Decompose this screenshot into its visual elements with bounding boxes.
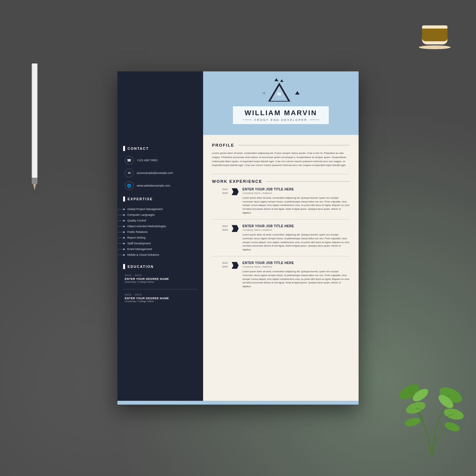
svg-point-12	[443, 420, 461, 433]
work-year-col-1: 2012 2015	[212, 188, 228, 215]
expertise-item-text: Event Management	[127, 248, 152, 251]
logo-area: ◁ W	[262, 83, 300, 104]
work-divider-1	[212, 219, 350, 220]
bullet-dot	[123, 208, 125, 210]
work-company-3: Company Name | Address	[242, 265, 350, 268]
work-details-1: ENTER YOUR JOB TITLE HERE Company Name |…	[242, 188, 350, 215]
work-year-end-2: 2015	[212, 228, 228, 232]
contact-website-item: 🌐 www.websiteexample.com	[123, 181, 197, 190]
education-section: EDUCATION 2012 - 2015 ENTER YOUR DEGREE …	[123, 264, 197, 303]
edu-degree-2: ENTER YOUR DEGREE NAME	[125, 297, 197, 300]
bullet-dot	[123, 237, 125, 239]
work-year-col-2: 2012 2015	[212, 224, 228, 251]
list-item: Global Project Management	[123, 206, 197, 212]
profile-text: Lorem ipsum dolor sit amet, consectetur …	[212, 151, 350, 168]
section-bar-edu	[123, 264, 125, 269]
education-header: EDUCATION	[123, 264, 197, 269]
work-company-2: Company Name | Address	[242, 228, 350, 231]
phone-icon: ☎	[125, 156, 134, 165]
expertise-list: Global Project Management Computer Langu…	[123, 206, 197, 258]
work-entry-2: 2012 2015 ENTER YOUR JOB TITLE HERE Comp…	[212, 224, 350, 251]
expertise-item-text: Mobile & Cloud Solutions	[127, 253, 159, 256]
resume-header: ◁ W WILLIAM MARVIN	[117, 71, 359, 135]
profile-title-line	[238, 145, 350, 145]
header-left-dark	[117, 71, 203, 135]
work-year-start-2: 2012	[212, 224, 228, 228]
work-chevron-3	[232, 262, 239, 269]
contact-email: yourexample@example.com	[137, 171, 173, 175]
edu-school-1: University / College Name	[125, 281, 197, 283]
cup-body	[422, 25, 447, 44]
expertise-item-text: Object-oriented Methodologies	[127, 225, 166, 228]
work-details-3: ENTER YOUR JOB TITLE HERE Company Name |…	[242, 261, 350, 288]
profile-title-text: PROFILE	[212, 143, 234, 148]
contact-website: www.websiteexample.com	[137, 184, 170, 187]
work-desc-2: Lorem ipsum dolor sit amet, consectetur …	[242, 233, 350, 251]
work-company-1: Company Name | Address	[242, 192, 350, 195]
work-year-end-1: 2015	[212, 191, 228, 195]
title-line-right	[310, 120, 319, 120]
bullet-dot	[123, 231, 125, 233]
profile-section-title: PROFILE	[212, 143, 350, 148]
contact-header: CONTACT	[123, 146, 197, 151]
bullet-dot	[123, 214, 125, 216]
contact-section: CONTACT ☎ +123 4567 8953 ✉ yourexample@e…	[123, 146, 197, 190]
list-item: Computer Languages	[123, 212, 197, 218]
expertise-item-text: Public Relations	[127, 230, 148, 234]
work-year-end-3: 2015	[212, 265, 228, 269]
triangle-logo: W	[268, 83, 290, 102]
list-item: Mobile & Cloud Solutions	[123, 252, 197, 258]
triangle-initial: W	[277, 91, 281, 96]
edu-degree-1: ENTER YOUR DEGREE NAME	[125, 277, 197, 281]
bullet-dot	[123, 243, 125, 244]
website-icon: 🌐	[125, 181, 134, 190]
expertise-item-text: Report Writing	[127, 236, 145, 239]
expertise-item-text: Global Project Management	[127, 208, 163, 211]
title-line-left	[242, 120, 252, 120]
work-divider-2	[212, 256, 350, 256]
contact-email-item: ✉ yourexample@example.com	[123, 169, 197, 177]
resume-document: ◁ W WILLIAM MARVIN	[117, 71, 359, 405]
work-year-start-1: 2012	[212, 188, 228, 191]
profile-section: PROFILE Lorem ipsum dolor sit amet, cons…	[212, 143, 350, 168]
plant-decoration	[397, 346, 466, 457]
resume-body: CONTACT ☎ +123 4567 8953 ✉ yourexample@e…	[117, 135, 359, 401]
edu-years-1: 2012 - 2015	[125, 274, 197, 277]
person-title: FRONT END DEVELOPER	[242, 118, 320, 122]
section-bar-exp	[123, 196, 125, 202]
work-chevron-2	[232, 225, 239, 232]
work-desc-1: Lorem ipsum dolor sit amet, consectetur …	[242, 196, 350, 215]
expertise-header: EXPERTISE	[123, 196, 197, 202]
person-name: WILLIAM MARVIN	[242, 109, 320, 117]
pencil-eraser	[32, 178, 37, 184]
list-item: Staff Development	[123, 241, 197, 246]
work-job-title-1: ENTER YOUR JOB TITLE HERE	[242, 188, 350, 191]
work-chevron-1	[232, 188, 239, 195]
name-box: WILLIAM MARVIN FRONT END DEVELOPER	[233, 106, 329, 124]
cup-coffee	[422, 29, 447, 41]
expertise-item-text: Staff Development	[127, 242, 151, 245]
education-entry-1: 2012 - 2015 ENTER YOUR DEGREE NAME Unive…	[123, 274, 197, 283]
resume-main-content: PROFILE Lorem ipsum dolor sit amet, cons…	[203, 135, 359, 401]
resume-sidebar: CONTACT ☎ +123 4567 8953 ✉ yourexample@e…	[117, 135, 203, 401]
work-entry-3: 2012 2015 ENTER YOUR JOB TITLE HERE Comp…	[212, 261, 350, 288]
bullet-dot	[123, 254, 125, 256]
work-details-2: ENTER YOUR JOB TITLE HERE Company Name |…	[242, 224, 350, 251]
work-title-text: WORK EXPERIENCE	[212, 179, 262, 184]
list-item: Report Writing	[123, 235, 197, 241]
list-item: Public Relations	[123, 229, 197, 235]
contact-title: CONTACT	[128, 147, 149, 150]
work-experience-section: WORK EXPERIENCE 2012 2015 ENTER YOUR JOB…	[212, 179, 350, 288]
email-icon: ✉	[125, 169, 134, 177]
pencil-body	[32, 63, 37, 178]
expertise-section: EXPERTISE Global Project Management Comp…	[123, 196, 197, 258]
person-title-text: FRONT END DEVELOPER	[255, 118, 307, 122]
cup-saucer	[419, 45, 451, 49]
bullet-dot	[123, 248, 125, 250]
pencil-decoration	[32, 63, 37, 197]
section-bar	[123, 146, 125, 151]
education-title: EDUCATION	[128, 265, 154, 268]
education-entry-2: 2012 - 2015 ENTER YOUR DEGREE NAME Unive…	[123, 293, 197, 303]
edu-years-2: 2012 - 2015	[125, 293, 197, 296]
resume-footer-strip	[117, 401, 359, 405]
